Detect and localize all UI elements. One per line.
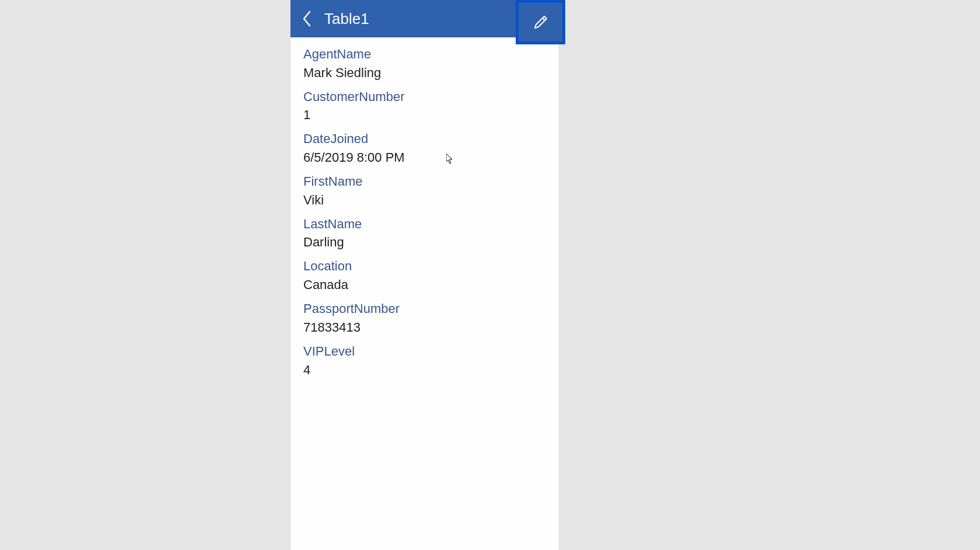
field-viplevel: VIPLevel 4 — [303, 343, 546, 380]
field-location: Location Canada — [303, 257, 546, 294]
field-value: 4 — [303, 360, 546, 380]
field-label: PassportNumber — [303, 300, 546, 318]
edit-button-highlight — [516, 0, 565, 44]
field-agentname: AgentName Mark Siedling — [303, 46, 546, 82]
field-label: AgentName — [303, 46, 546, 63]
field-value: Viki — [303, 190, 546, 210]
field-value: 6/5/2019 8:00 PM — [303, 148, 546, 167]
field-datejoined: DateJoined 6/5/2019 8:00 PM — [303, 130, 546, 167]
field-value: Canada — [303, 275, 546, 294]
field-label: Location — [303, 257, 546, 275]
field-value: 1 — [303, 105, 546, 124]
header-bar: Table1 — [290, 0, 559, 37]
pencil-icon — [533, 14, 549, 30]
field-label: LastName — [303, 215, 546, 233]
field-value: Darling — [303, 232, 546, 252]
detail-content: AgentName Mark Siedling CustomerNumber 1… — [290, 37, 559, 394]
edit-button[interactable] — [519, 3, 562, 41]
field-customernumber: CustomerNumber 1 — [303, 88, 546, 125]
field-label: VIPLevel — [303, 343, 546, 360]
field-firstname: FirstName Viki — [303, 173, 546, 210]
field-label: CustomerNumber — [303, 88, 546, 106]
page-title: Table1 — [324, 10, 525, 28]
field-lastname: LastName Darling — [303, 215, 546, 252]
app-frame: Table1 AgentName Mark Siedling CustomerN… — [290, 0, 559, 550]
field-value: 71833413 — [303, 318, 546, 337]
field-label: DateJoined — [303, 130, 546, 148]
field-passportnumber: PassportNumber 71833413 — [303, 300, 546, 337]
field-label: FirstName — [303, 173, 546, 190]
chevron-left-icon — [302, 10, 312, 27]
field-value: Mark Siedling — [303, 63, 546, 82]
back-button[interactable] — [295, 0, 318, 37]
